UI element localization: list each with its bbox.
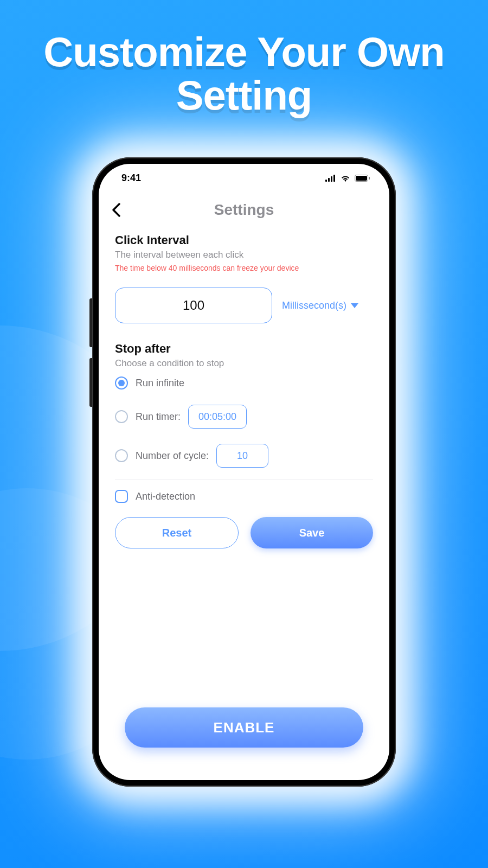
page-title: Settings [99,201,389,219]
phone-side-button [89,298,92,347]
timer-input[interactable]: 00:05:00 [188,405,247,429]
svg-rect-3 [333,175,335,182]
unit-label: Millissecond(s) [282,300,346,311]
chevron-left-icon [112,203,120,217]
phone-screen: 9:41 Settings Click Interval The interva… [99,164,389,780]
nav-bar: Settings [99,192,389,222]
stop-after-title: Stop after [115,342,373,356]
svg-rect-1 [328,178,330,182]
svg-rect-0 [325,180,327,182]
status-time: 9:41 [121,173,141,184]
radio-number-cycle[interactable]: Number of cycle: 10 [115,436,373,475]
battery-icon [355,175,370,182]
content-area: Click Interval The interval between each… [99,222,389,780]
unit-select[interactable]: Millissecond(s) [282,300,358,311]
checkbox-icon [115,490,128,503]
phone-frame: 9:41 Settings Click Interval The interva… [92,157,396,787]
radio-label: Run infinite [136,378,184,389]
radio-icon [115,376,128,390]
click-interval-title: Click Interval [115,233,373,247]
stop-after-subtitle: Choose a condition to stop [115,358,373,369]
radio-run-timer[interactable]: Run timer: 00:05:00 [115,397,373,436]
status-bar: 9:41 [99,164,389,192]
back-button[interactable] [112,202,128,218]
enable-button[interactable]: ENABLE [125,707,363,748]
status-indicators [325,174,370,182]
phone-side-button [89,358,92,407]
save-button[interactable]: Save [251,517,373,548]
radio-run-infinite[interactable]: Run infinite [115,369,373,397]
svg-rect-5 [356,176,367,181]
click-interval-subtitle: The interval between each click [115,250,373,260]
cellular-icon [325,175,336,182]
radio-icon [115,449,128,462]
reset-button[interactable]: Reset [115,517,239,548]
svg-rect-6 [369,177,370,180]
cycle-input[interactable]: 10 [216,444,268,468]
interval-input[interactable]: 100 [115,288,272,323]
divider [115,480,373,480]
radio-label: Run timer: [136,411,181,423]
promo-headline: Customize Your Own Setting [0,0,488,117]
caret-down-icon [351,303,358,308]
svg-rect-2 [331,176,332,182]
radio-icon [115,410,128,423]
wifi-icon [340,174,351,182]
interval-warning: The time below 40 milliseconds can freez… [115,264,373,272]
anti-detection-toggle[interactable]: Anti-detection [115,482,373,514]
radio-label: Number of cycle: [136,450,209,462]
checkbox-label: Anti-detection [136,491,195,502]
